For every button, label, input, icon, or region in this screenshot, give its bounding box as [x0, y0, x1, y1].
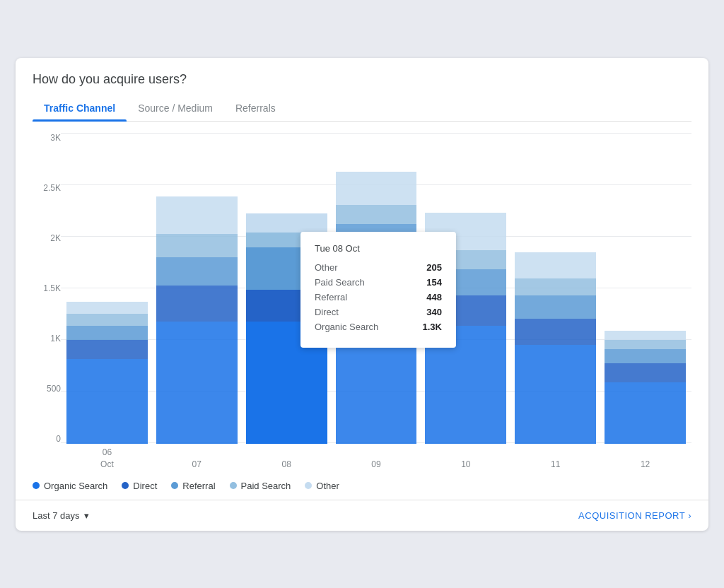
legend-label-paid-search: Paid Search [241, 481, 291, 491]
bar-group[interactable]: 11 [515, 133, 596, 444]
tooltip-row: Referral448 [315, 292, 442, 302]
legend-dot-referral [171, 482, 178, 489]
bar-segment-other [66, 302, 148, 314]
tooltip-label: Other [315, 262, 338, 273]
bar-segment-referral [515, 295, 596, 319]
tooltip-value: 205 [426, 262, 442, 273]
bar-segment-direct [156, 286, 238, 322]
acquisition-report-link[interactable]: ACQUISITION REPORT › [578, 510, 691, 521]
analytics-card: How do you acquire users? Traffic Channe… [16, 58, 708, 531]
bar-segment-direct [66, 340, 148, 359]
report-label: ACQUISITION REPORT [578, 510, 685, 521]
bar-segment-organicSearch [156, 322, 238, 444]
tooltip-label: Referral [315, 292, 347, 302]
legend-item-organic-search[interactable]: Organic Search [33, 481, 107, 491]
bar-segment-referral [66, 326, 148, 340]
tab-source-medium[interactable]: Source / Medium [127, 95, 224, 121]
bar-group[interactable]: 06Oct [66, 133, 148, 444]
card-header: How do you acquire users? Traffic Channe… [16, 58, 708, 122]
bar-segment-paidSearch [515, 278, 596, 295]
legend-item-referral[interactable]: Referral [171, 481, 215, 491]
x-label: 11 [515, 459, 596, 471]
tooltip-value: 154 [426, 277, 442, 288]
legend-label-organic-search: Organic Search [44, 481, 107, 491]
legend-dot-organic-search [33, 482, 40, 489]
chart-area: 3K2.5K2K1.5K1K5000 06Oct070809101112 Tue… [16, 122, 708, 472]
bar-segment-direct [515, 319, 596, 345]
tooltip-value: 1.3K [422, 322, 441, 332]
bar-segment-paidSearch [156, 234, 238, 257]
period-selector[interactable]: Last 7 days ▾ [33, 510, 89, 521]
legend-item-paid-search[interactable]: Paid Search [230, 481, 291, 491]
chart-inner: 06Oct070809101112 Tue 08 OctOther205Paid… [61, 133, 691, 472]
bar-stack [66, 302, 148, 444]
legend-item-direct[interactable]: Direct [122, 481, 157, 491]
bar-segment-paidSearch [605, 340, 686, 349]
tooltip-value: 448 [426, 292, 442, 302]
bar-stack [156, 196, 238, 444]
y-axis-label: 0 [56, 434, 61, 444]
bar-segment-direct [605, 363, 686, 382]
legend-dot-paid-search [230, 482, 237, 489]
chevron-right-icon: › [688, 510, 691, 521]
bar-segment-referral [605, 349, 686, 363]
x-label: 07 [156, 459, 238, 471]
y-axis-label: 2.5K [43, 183, 61, 193]
dropdown-icon: ▾ [84, 510, 89, 521]
bar-group[interactable]: 12 [605, 133, 686, 444]
tooltip-row: Organic Search1.3K [315, 322, 442, 332]
tab-referrals[interactable]: Referrals [224, 95, 287, 121]
tooltip-row: Direct340 [315, 307, 442, 317]
tooltip-label: Organic Search [315, 322, 378, 332]
y-axis-label: 3K [50, 133, 61, 143]
x-label: 12 [605, 459, 686, 471]
y-axis: 3K2.5K2K1.5K1K5000 [33, 133, 61, 472]
card-footer: Last 7 days ▾ ACQUISITION REPORT › [16, 500, 708, 531]
y-axis-label: 1K [50, 334, 61, 343]
tooltip-label: Paid Search [315, 277, 365, 288]
x-label: 09 [336, 459, 417, 471]
bar-segment-other [605, 331, 686, 340]
legend-dot-other [305, 482, 312, 489]
tooltip-value: 340 [426, 307, 442, 317]
legend-label-other: Other [316, 481, 339, 491]
legend: Organic SearchDirectReferralPaid SearchO… [16, 472, 708, 500]
tab-traffic-channel[interactable]: Traffic Channel [33, 95, 127, 121]
legend-item-other[interactable]: Other [305, 481, 339, 491]
bar-segment-organicSearch [605, 382, 686, 444]
tooltip-date: Tue 08 Oct [315, 243, 442, 254]
bar-segment-referral [156, 257, 238, 286]
bar-stack [515, 252, 596, 444]
bar-segment-paidSearch [66, 314, 148, 326]
y-axis-label: 2K [50, 233, 61, 243]
bar-segment-paidSearch [336, 205, 417, 224]
bar-segment-other [336, 172, 417, 205]
y-axis-label: 500 [47, 384, 61, 394]
card-title: How do you acquire users? [33, 72, 691, 87]
bar-segment-organicSearch [515, 345, 596, 444]
tooltip: Tue 08 OctOther205Paid Search154Referral… [300, 232, 456, 348]
bar-segment-organicSearch [66, 359, 148, 444]
legend-dot-direct [122, 482, 129, 489]
tooltip-row: Other205 [315, 262, 442, 273]
tooltip-label: Direct [315, 307, 339, 317]
x-label: 10 [425, 459, 506, 471]
tabs-container: Traffic ChannelSource / MediumReferrals [33, 95, 691, 122]
bar-stack [605, 331, 686, 444]
bar-segment-other [515, 252, 596, 278]
bar-segment-other [246, 213, 327, 233]
chart-container: 3K2.5K2K1.5K1K5000 06Oct070809101112 Tue… [33, 133, 691, 472]
legend-label-direct: Direct [133, 481, 157, 491]
period-label: Last 7 days [33, 510, 80, 521]
x-label: 08 [246, 459, 327, 471]
bar-segment-other [156, 196, 238, 234]
bar-group[interactable]: 07 [156, 133, 238, 444]
y-axis-label: 1.5K [43, 283, 61, 293]
legend-label-referral: Referral [182, 481, 215, 491]
tooltip-row: Paid Search154 [315, 277, 442, 288]
x-label: 06Oct [66, 447, 148, 471]
